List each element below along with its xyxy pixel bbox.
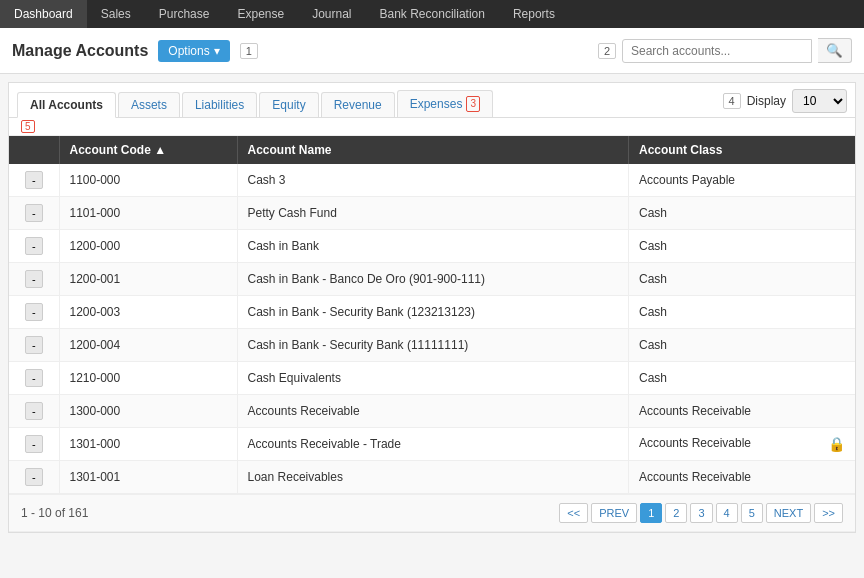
row-action-cell: - [9, 230, 59, 263]
page-2-button[interactable]: 2 [665, 503, 687, 523]
row-action-cell: - [9, 164, 59, 197]
page-first-button[interactable]: << [559, 503, 588, 523]
top-nav: Dashboard Sales Purchase Expense Journal… [0, 0, 864, 28]
search-button[interactable]: 🔍 [818, 38, 852, 63]
table-row: -1101-000Petty Cash FundCash [9, 197, 855, 230]
header-left: Manage Accounts Options ▾ 1 [12, 40, 258, 62]
nav-expense[interactable]: Expense [223, 0, 298, 28]
row-action-button[interactable]: - [25, 171, 43, 189]
row-action-button[interactable]: - [25, 336, 43, 354]
nav-bank-reconciliation[interactable]: Bank Reconciliation [366, 0, 499, 28]
row-action-button[interactable]: - [25, 402, 43, 420]
options-button[interactable]: Options ▾ [158, 40, 229, 62]
table-row: -1301-001Loan ReceivablesAccounts Receiv… [9, 461, 855, 494]
table-row: -1200-001Cash in Bank - Banco De Oro (90… [9, 263, 855, 296]
tab-liabilities[interactable]: Liabilities [182, 92, 257, 117]
row-account-class: Accounts Receivable🔒 [628, 428, 855, 461]
row-account-code: 1300-000 [59, 395, 237, 428]
row-account-name: Petty Cash Fund [237, 197, 628, 230]
row-account-name: Cash in Bank - Banco De Oro (901-900-111… [237, 263, 628, 296]
row-action-button[interactable]: - [25, 468, 43, 486]
row-account-name: Cash in Bank - Security Bank (11111111) [237, 329, 628, 362]
page-4-button[interactable]: 4 [716, 503, 738, 523]
badge-1: 1 [240, 43, 258, 59]
tabs-left: All Accounts Assets Liabilities Equity R… [17, 90, 493, 117]
tabs-right: 4 Display 10 25 50 100 [723, 89, 847, 117]
row-account-class: Cash [628, 263, 855, 296]
row-account-class: Accounts Payable [628, 164, 855, 197]
nav-reports[interactable]: Reports [499, 0, 569, 28]
display-select[interactable]: 10 25 50 100 [792, 89, 847, 113]
row-action-button[interactable]: - [25, 369, 43, 387]
row-account-code: 1210-000 [59, 362, 237, 395]
row-account-name: Cash in Bank - Security Bank (123213123) [237, 296, 628, 329]
display-label: Display [747, 94, 786, 108]
row-account-code: 1301-001 [59, 461, 237, 494]
table-header-row: Account Code ▲ Account Name Account Clas… [9, 136, 855, 164]
table-row: -1301-000Accounts Receivable - TradeAcco… [9, 428, 855, 461]
options-dropdown-icon: ▾ [214, 44, 220, 58]
row-action-button[interactable]: - [25, 435, 43, 453]
main-content: All Accounts Assets Liabilities Equity R… [8, 82, 856, 533]
tab-expenses[interactable]: Expenses 3 [397, 90, 493, 117]
row-account-code: 1301-000 [59, 428, 237, 461]
row-action-cell: - [9, 329, 59, 362]
row-account-class: Cash [628, 296, 855, 329]
page-3-button[interactable]: 3 [690, 503, 712, 523]
nav-dashboard[interactable]: Dashboard [0, 0, 87, 28]
page-5-button[interactable]: 5 [741, 503, 763, 523]
table-row: -1200-004Cash in Bank - Security Bank (1… [9, 329, 855, 362]
row-action-button[interactable]: - [25, 303, 43, 321]
options-label: Options [168, 44, 209, 58]
page-next-button[interactable]: NEXT [766, 503, 811, 523]
row-action-cell: - [9, 395, 59, 428]
page-last-button[interactable]: >> [814, 503, 843, 523]
pagination-container: 1 - 10 of 161 << PREV 1 2 3 4 5 NEXT >> [21, 503, 843, 523]
row-action-cell: - [9, 362, 59, 395]
row-account-name: Loan Receivables [237, 461, 628, 494]
tab-all-accounts[interactable]: All Accounts [17, 92, 116, 118]
row-action-button[interactable]: - [25, 270, 43, 288]
nav-purchase[interactable]: Purchase [145, 0, 224, 28]
row-account-code: 1200-004 [59, 329, 237, 362]
row-action-cell: - [9, 461, 59, 494]
tab-expenses-badge: 3 [466, 96, 480, 112]
col-action [9, 136, 59, 164]
table-row: -1300-000Accounts ReceivableAccounts Rec… [9, 395, 855, 428]
row-account-class: Accounts Receivable [628, 461, 855, 494]
page-prev-button[interactable]: PREV [591, 503, 637, 523]
row-action-cell: - [9, 263, 59, 296]
row-account-name: Cash 3 [237, 164, 628, 197]
tab-expenses-label: Expenses [410, 97, 463, 111]
search-input[interactable] [622, 39, 812, 63]
nav-sales[interactable]: Sales [87, 0, 145, 28]
row-action-button[interactable]: - [25, 204, 43, 222]
page-nav: << PREV 1 2 3 4 5 NEXT >> [559, 503, 843, 523]
row-account-code: 1200-000 [59, 230, 237, 263]
row-account-name: Cash in Bank [237, 230, 628, 263]
badge-2: 2 [598, 43, 616, 59]
row-account-class: Cash [628, 197, 855, 230]
badge-4: 4 [723, 93, 741, 109]
page-title: Manage Accounts [12, 42, 148, 60]
tabs-bar: All Accounts Assets Liabilities Equity R… [9, 83, 855, 118]
row-action-button[interactable]: - [25, 237, 43, 255]
table-row: -1200-000Cash in BankCash [9, 230, 855, 263]
pagination-info: 1 - 10 of 161 [21, 506, 88, 520]
row-account-code: 1200-001 [59, 263, 237, 296]
header-right: 2 🔍 [598, 38, 852, 63]
accounts-table-wrapper: Account Code ▲ Account Name Account Clas… [9, 136, 855, 494]
row-account-code: 1101-000 [59, 197, 237, 230]
row-account-name: Accounts Receivable [237, 395, 628, 428]
nav-journal[interactable]: Journal [298, 0, 365, 28]
tab-revenue[interactable]: Revenue [321, 92, 395, 117]
search-icon: 🔍 [826, 43, 843, 58]
row-action-cell: - [9, 197, 59, 230]
header-bar: Manage Accounts Options ▾ 1 2 🔍 [0, 28, 864, 74]
tab-assets[interactable]: Assets [118, 92, 180, 117]
tab-equity[interactable]: Equity [259, 92, 318, 117]
pagination-row: 1 - 10 of 161 << PREV 1 2 3 4 5 NEXT >> [9, 495, 855, 532]
row-account-code: 1100-000 [59, 164, 237, 197]
page-1-button[interactable]: 1 [640, 503, 662, 523]
col-account-code[interactable]: Account Code ▲ [59, 136, 237, 164]
